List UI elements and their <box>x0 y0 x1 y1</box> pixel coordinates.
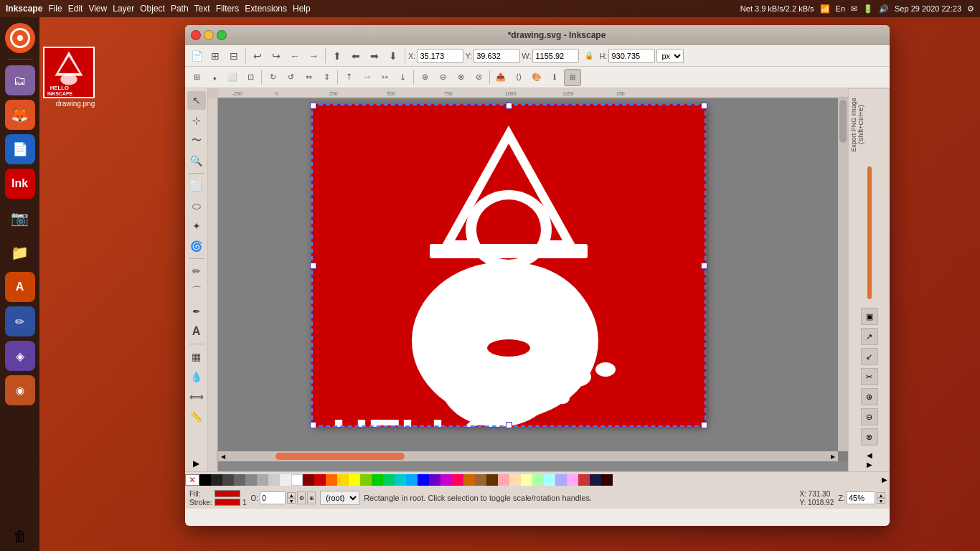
color-peach[interactable] <box>509 474 521 486</box>
color-brightyellow[interactable] <box>349 474 360 486</box>
color-lightblue[interactable] <box>555 474 567 486</box>
raise-btn[interactable]: ⤑ <box>358 69 375 86</box>
spiral-tool[interactable]: 🌀 <box>187 237 206 255</box>
rpanel-btn-1[interactable]: ▣ <box>861 308 878 325</box>
color-darkred[interactable] <box>303 474 314 486</box>
x-input[interactable] <box>417 49 463 63</box>
color-yellow[interactable] <box>337 474 349 486</box>
color-black[interactable] <box>199 474 211 486</box>
no-color-swatch[interactable]: ✕ <box>185 474 199 486</box>
node-tool[interactable]: ⊹ <box>187 111 206 130</box>
zoom-fit-btn[interactable]: ⊗ <box>452 69 469 86</box>
zoom-page-btn[interactable]: ⊘ <box>470 69 487 86</box>
align-left-button[interactable]: ⬅ <box>347 47 364 65</box>
taskbar-pen[interactable]: ✏ <box>5 306 35 336</box>
rpanel-btn-6[interactable]: ⊖ <box>861 408 878 425</box>
settings-icon[interactable]: ⚙ <box>967 4 974 14</box>
menubar-text-tray[interactable]: Text <box>194 4 210 14</box>
calligraphy-tool[interactable]: ✒ <box>187 302 206 321</box>
play-button-bottom[interactable]: ▶ <box>193 458 199 468</box>
color-pink[interactable] <box>452 474 463 486</box>
ubuntu-button[interactable] <box>5 23 35 53</box>
taskbar-inkscape[interactable]: Ink <box>5 169 35 199</box>
menubar-object-tray[interactable]: Object <box>140 4 165 14</box>
hscroll-left-btn[interactable]: ◀ <box>218 451 228 461</box>
zoom-up-btn[interactable]: ▲ <box>877 492 885 498</box>
rpanel-prev-btn[interactable]: ◀ <box>867 451 872 459</box>
snap-grid-btn[interactable]: ⊞ <box>188 69 205 86</box>
opacity-icon-btn[interactable]: ⚙ <box>297 491 306 504</box>
measure-tool[interactable]: 📏 <box>187 408 206 426</box>
color-lightpink[interactable] <box>498 474 509 486</box>
color-darkbrown[interactable] <box>486 474 498 486</box>
opacity-input[interactable] <box>260 491 286 504</box>
forward-button[interactable]: → <box>305 47 322 65</box>
bezier-tool[interactable]: ⌒ <box>187 282 206 301</box>
color-lightyellow[interactable] <box>521 474 532 486</box>
menubar-path-tray[interactable]: Path <box>171 4 189 14</box>
dropper-tool[interactable]: 💧 <box>187 367 206 386</box>
menubar-filters-tray[interactable]: Filters <box>216 4 240 14</box>
align-bottom-button[interactable]: ⬇ <box>385 47 402 65</box>
flip-h-btn[interactable]: ⇔ <box>300 69 317 86</box>
flip-v-btn[interactable]: ⇕ <box>318 69 335 86</box>
taskbar-browser[interactable]: 🦊 <box>5 100 35 130</box>
zoom-input[interactable] <box>847 491 875 504</box>
color-purple[interactable] <box>429 474 440 486</box>
to-top-btn[interactable]: ⤒ <box>340 69 357 86</box>
file-thumbnail[interactable]: HELLO INKSCAPE drawing.png <box>43 47 108 108</box>
color-magenta[interactable] <box>440 474 452 486</box>
taskbar-camera[interactable]: 📷 <box>5 203 35 233</box>
palette-scroll-right[interactable]: ▶ <box>880 474 890 486</box>
color-midgray[interactable] <box>245 474 257 486</box>
canvas-viewport[interactable]: HELLO INKSCAPE <box>218 98 848 461</box>
zoom-down-btn[interactable]: ▼ <box>877 498 885 504</box>
gradient-tool[interactable]: ▦ <box>187 347 206 366</box>
pen-tool[interactable]: ✏ <box>187 262 206 281</box>
menubar-help-tray[interactable]: Help <box>293 4 311 14</box>
color-cyan[interactable] <box>395 474 406 486</box>
menubar-file-tray[interactable]: File <box>48 4 62 14</box>
to-bottom-btn[interactable]: ⤓ <box>394 69 411 86</box>
undo-button[interactable]: ↩ <box>249 47 266 65</box>
color-red[interactable] <box>314 474 326 486</box>
vscrollbar[interactable] <box>838 98 848 451</box>
y-input[interactable] <box>473 49 520 63</box>
fill-dialog-btn[interactable]: 🎨 <box>528 69 545 86</box>
menubar-edit-tray[interactable]: Edit <box>68 4 83 14</box>
color-darkgray1[interactable] <box>211 474 222 486</box>
color-darkestred[interactable] <box>601 474 613 486</box>
color-darkgray2[interactable] <box>222 474 234 486</box>
opacity-up-btn[interactable]: ▲ <box>287 492 296 498</box>
minimize-button[interactable] <box>204 30 214 40</box>
menubar-view-tray[interactable]: View <box>88 4 107 14</box>
zoom-tool[interactable]: 🔍 <box>187 151 206 170</box>
snap2-button[interactable]: ⊟ <box>225 47 242 65</box>
hscrollbar-thumb[interactable] <box>275 453 405 460</box>
taskbar-docs[interactable]: 📄 <box>5 134 35 164</box>
layer-select[interactable]: (root) <box>320 491 359 505</box>
tweak-tool[interactable]: 〜 <box>187 131 206 150</box>
maximize-button[interactable] <box>217 30 227 40</box>
color-darknavy[interactable] <box>590 474 601 486</box>
align-top-button[interactable]: ⬆ <box>329 47 346 65</box>
taskbar-files[interactable]: 🗂 <box>5 65 35 95</box>
xml-editor-btn[interactable]: ⟨⟩ <box>510 69 527 86</box>
ellipse-tool[interactable]: ⬭ <box>187 197 206 215</box>
color-medred[interactable] <box>578 474 590 486</box>
rpanel-btn-3[interactable]: ↙ <box>861 348 878 365</box>
zoom-out-snap-btn[interactable]: ⊖ <box>434 69 451 86</box>
menubar-layer-tray[interactable]: Layer <box>113 4 134 14</box>
star-tool[interactable]: ✦ <box>187 217 206 235</box>
align-right-button[interactable]: ➡ <box>366 47 383 65</box>
snap-node-btn[interactable]: ⬧ <box>206 69 223 86</box>
select-tool[interactable]: ↖ <box>187 91 206 110</box>
color-almostwhite[interactable] <box>280 474 291 486</box>
opacity-icon2-btn[interactable]: ⊕ <box>307 491 316 504</box>
close-button[interactable] <box>191 30 201 40</box>
color-gray[interactable] <box>234 474 245 486</box>
color-lightgray[interactable] <box>257 474 268 486</box>
color-brown[interactable] <box>463 474 475 486</box>
color-orange[interactable] <box>326 474 337 486</box>
color-white[interactable] <box>291 474 303 486</box>
